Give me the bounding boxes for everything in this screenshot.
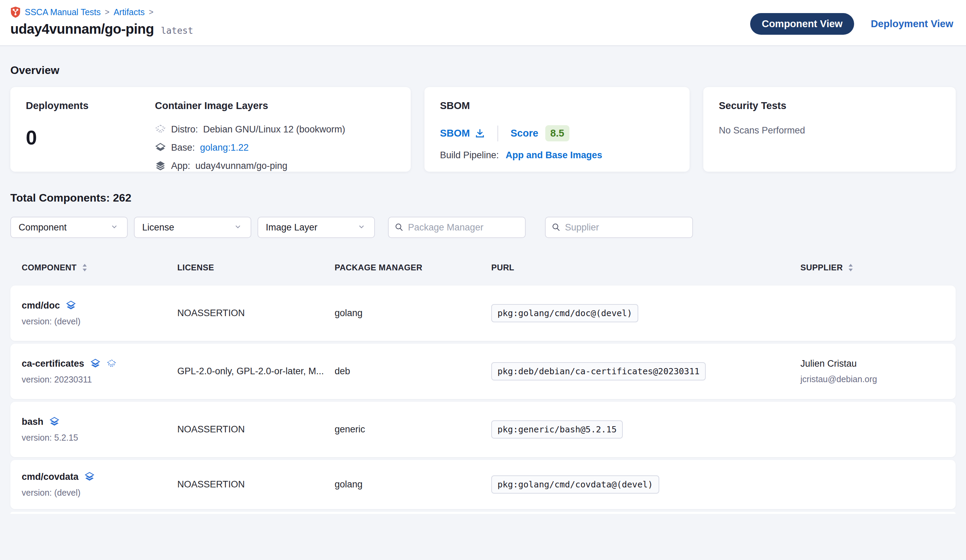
chevron-down-icon: [110, 222, 120, 233]
layer-base-icon: [155, 142, 166, 153]
layer-stack-icon: [155, 160, 166, 171]
package-manager-cell: generic: [335, 424, 491, 435]
breadcrumb-separator: >: [105, 8, 109, 17]
license-filter-dropdown[interactable]: License: [134, 217, 251, 238]
sbom-download-link[interactable]: SBOM: [440, 128, 485, 139]
layer-dashed-icon: [155, 124, 166, 135]
layers-icon: [66, 300, 76, 311]
layer-row-distro: Distro: Debian GNU/Linux 12 (bookworm): [155, 124, 345, 135]
package-manager-cell: golang: [335, 308, 491, 319]
supplier-name: Julien Cristau: [800, 359, 944, 369]
build-pipeline-label: Build Pipeline:: [440, 150, 499, 160]
breadcrumb-link-project[interactable]: SSCA Manual Tests: [25, 7, 100, 17]
layer-label: Base:: [171, 142, 195, 153]
package-manager-search[interactable]: [388, 217, 526, 238]
license-cell: GPL-2.0-only, GPL-2.0-or-later, M...: [177, 366, 335, 377]
sort-icon[interactable]: [848, 263, 854, 272]
sbom-score-badge: 8.5: [545, 125, 569, 141]
supplier-cell: [800, 482, 944, 487]
component-name[interactable]: ca-certificates: [22, 359, 84, 369]
page-title: uday4vunnam/go-ping: [10, 21, 154, 37]
supplier-email: jcristau@debian.org: [800, 374, 944, 384]
table-row-partial: [10, 512, 956, 514]
security-tests-card: Security Tests No Scans Performed: [703, 87, 956, 172]
diamond-dashed-icon: [107, 359, 117, 369]
purl-value: pkg:deb/debian/ca-certificates@20230311: [491, 362, 706, 380]
overview-card: Deployments 0 Container Image Layers Dis…: [10, 87, 411, 172]
breadcrumb-separator: >: [149, 8, 153, 17]
column-header-license: LICENSE: [177, 263, 335, 272]
table-row[interactable]: cmd/covdata version: (devel) NOASSERTION…: [10, 460, 956, 509]
layer-value: Debian GNU/Linux 12 (bookworm): [203, 124, 345, 135]
license-cell: NOASSERTION: [177, 308, 335, 319]
column-header-purl: PURL: [491, 263, 800, 272]
sbom-score-label: Score: [511, 128, 539, 139]
component-version: version: 5.2.15: [22, 433, 177, 443]
component-version: version: 20230311: [22, 375, 177, 385]
component-version: version: (devel): [22, 316, 177, 326]
license-cell: NOASSERTION: [177, 424, 335, 435]
search-icon: [551, 222, 561, 233]
package-manager-search-input[interactable]: [408, 222, 519, 233]
license-cell: NOASSERTION: [177, 479, 335, 490]
package-manager-cell: golang: [335, 479, 491, 490]
column-header-package-manager: PACKAGE MANAGER: [335, 263, 491, 272]
supplier-cell: [800, 311, 944, 316]
table-row[interactable]: ca-certificates version: 20230311 GPL-2.…: [10, 344, 956, 399]
component-name[interactable]: bash: [22, 417, 43, 427]
sort-icon[interactable]: [82, 263, 88, 272]
total-components-heading: Total Components: 262: [10, 192, 956, 204]
component-version: version: (devel): [22, 488, 177, 498]
security-tests-status: No Scans Performed: [719, 125, 940, 136]
layers-icon: [49, 417, 59, 427]
download-icon: [475, 128, 485, 139]
table-header: COMPONENT LICENSE PACKAGE MANAGER PURL S…: [10, 263, 956, 285]
chevron-down-icon: [357, 222, 367, 233]
layers-icon: [84, 472, 95, 482]
breadcrumb-link-artifacts[interactable]: Artifacts: [113, 7, 145, 17]
purl-value: pkg:generic/bash@5.2.15: [491, 420, 623, 439]
layer-label: Distro:: [171, 124, 198, 135]
view-toggle: Component View Deployment View: [750, 13, 953, 35]
deployments-label: Deployments: [26, 100, 155, 111]
filters-bar: Component License Image Layer: [10, 217, 956, 238]
layer-row-app: App: uday4vunnam/go-ping: [155, 160, 345, 171]
layer-value: uday4vunnam/go-ping: [196, 160, 288, 171]
supplier-cell: [800, 427, 944, 432]
component-filter-dropdown[interactable]: Component: [10, 217, 128, 238]
component-name[interactable]: cmd/doc: [22, 300, 60, 311]
sbom-card-title: SBOM: [440, 100, 674, 111]
search-icon: [394, 222, 404, 233]
layer-value-link[interactable]: golang:1.22: [200, 142, 248, 153]
column-header-supplier[interactable]: SUPPLIER: [800, 263, 944, 272]
security-tests-title: Security Tests: [719, 100, 940, 111]
column-header-component[interactable]: COMPONENT: [22, 263, 177, 272]
chevron-down-icon: [233, 222, 244, 233]
layer-label: App:: [171, 160, 191, 171]
table-body: cmd/doc version: (devel) NOASSERTION gol…: [10, 285, 956, 509]
container-image-layers-label: Container Image Layers: [155, 100, 345, 111]
layer-row-base: Base: golang:1.22: [155, 142, 345, 153]
artifact-tag: latest: [161, 25, 193, 36]
page-header: SSCA Manual Tests > Artifacts > uday4vun…: [0, 0, 966, 46]
sbom-card: SBOM SBOM Score 8.5 Build Pipeline: App …: [424, 87, 690, 172]
supplier-search[interactable]: [545, 217, 693, 238]
component-name[interactable]: cmd/covdata: [22, 472, 79, 482]
layers-icon: [90, 359, 100, 369]
component-view-button[interactable]: Component View: [750, 13, 854, 35]
build-pipeline-link[interactable]: App and Base Images: [506, 150, 603, 160]
image-layer-filter-dropdown[interactable]: Image Layer: [258, 217, 375, 238]
table-row[interactable]: cmd/doc version: (devel) NOASSERTION gol…: [10, 285, 956, 341]
supplier-search-input[interactable]: [565, 222, 687, 233]
purl-value: pkg:golang/cmd/doc@(devel): [491, 304, 638, 322]
deployments-count: 0: [26, 126, 155, 149]
table-row[interactable]: bash version: 5.2.15 NOASSERTION generic…: [10, 402, 956, 457]
supplier-cell: Julien Cristau jcristau@debian.org: [800, 359, 944, 384]
shield-pipeline-icon: [10, 6, 21, 18]
divider: [498, 126, 498, 141]
purl-value: pkg:golang/cmd/covdata@(devel): [491, 475, 659, 494]
deployment-view-link[interactable]: Deployment View: [871, 18, 953, 29]
package-manager-cell: deb: [335, 366, 491, 377]
overview-heading: Overview: [10, 64, 956, 77]
